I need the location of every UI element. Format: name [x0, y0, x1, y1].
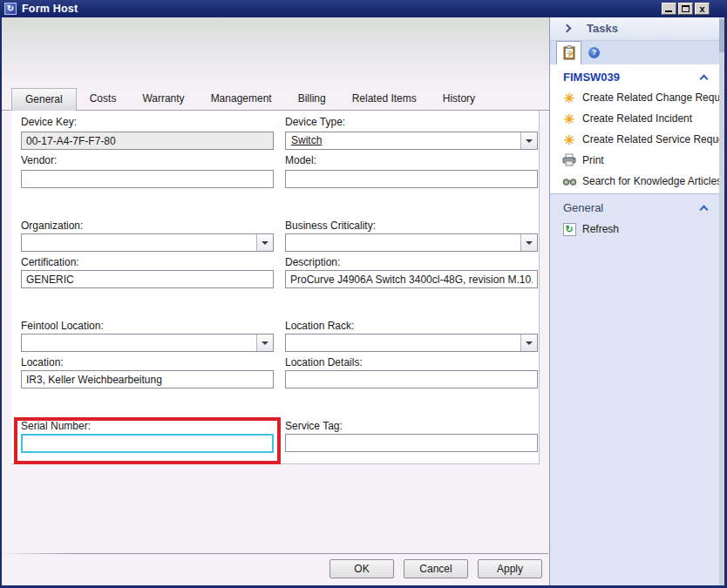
chevron-down-icon [526, 241, 533, 245]
tasks-panel-header[interactable]: Tasks [550, 17, 719, 41]
model-label: Model: [285, 154, 316, 167]
starburst-icon: ✳ [561, 132, 577, 148]
collapse-chevron-icon[interactable] [700, 206, 709, 214]
task-label: Create Related Incident [582, 110, 692, 128]
model-field[interactable] [285, 170, 538, 188]
chevron-down-icon [526, 341, 533, 345]
section-header-general[interactable]: General [550, 199, 719, 218]
chevron-right-icon[interactable] [563, 24, 572, 33]
business-criticality-label: Business Criticality: [285, 220, 376, 233]
task-search-knowledge-articles[interactable]: Search for Knowledge Articles [550, 172, 719, 192]
form-area: General Costs Warranty Management Billin… [2, 17, 549, 585]
location-label: Location: [21, 356, 64, 369]
task-create-related-service-request[interactable]: ✳ Create Related Service Request [550, 131, 719, 150]
starburst-icon: ✳ [561, 112, 577, 127]
toolbar-gradient [2, 17, 549, 87]
organization-combo[interactable] [21, 233, 274, 252]
cancel-button[interactable]: Cancel [404, 559, 468, 578]
apply-button[interactable]: Apply [478, 559, 542, 578]
tasks-tab[interactable] [556, 41, 581, 64]
location-details-field[interactable] [285, 370, 538, 389]
task-label: Create Related Service Request [582, 131, 727, 149]
tab-costs[interactable]: Costs [77, 88, 130, 111]
knowledge-search-icon [561, 174, 577, 190]
feintool-location-label: Feintool Location: [21, 320, 104, 333]
refresh-icon: ↻ [561, 222, 577, 238]
tab-strip: General Costs Warranty Management Billin… [2, 88, 549, 111]
dialog-buttons: OK Cancel Apply [2, 559, 549, 580]
window-title: Form Host [22, 0, 78, 17]
collapse-chevron-icon[interactable] [700, 75, 709, 84]
tab-related-items[interactable]: Related Items [339, 88, 430, 111]
organization-dropdown-button[interactable] [256, 234, 273, 251]
tasks-icon-tabs: ? [550, 41, 719, 64]
section-header-fimsw039[interactable]: FIMSW039 [550, 68, 719, 87]
titlebar[interactable]: ↻ Form Host x [0, 0, 727, 17]
task-label: Refresh [582, 220, 619, 239]
minimize-icon [665, 10, 672, 12]
starburst-icon: ✳ [561, 91, 577, 106]
task-refresh[interactable]: ↻ Refresh [550, 220, 719, 240]
window-border-left [0, 17, 2, 588]
tasks-panel: Tasks ? FIMSW039 [549, 17, 719, 585]
task-label: Create Related Change Request [582, 89, 727, 107]
location-rack-label: Location Rack: [285, 320, 354, 333]
business-criticality-dropdown-button[interactable] [520, 234, 537, 251]
device-type-value[interactable]: Switch [291, 132, 322, 149]
feintool-location-dropdown-button[interactable] [256, 335, 273, 351]
serial-number-field[interactable] [21, 434, 274, 453]
location-rack-dropdown-button[interactable] [520, 335, 537, 351]
maximize-button[interactable] [678, 3, 693, 15]
task-label: Search for Knowledge Articles [582, 172, 722, 191]
help-tab[interactable]: ? [581, 41, 607, 64]
tab-history[interactable]: History [430, 88, 488, 111]
printer-icon [561, 153, 577, 169]
location-details-label: Location Details: [285, 356, 363, 369]
tasks-panel-title: Tasks [587, 17, 618, 40]
device-type-dropdown-button[interactable] [520, 132, 537, 149]
device-type-label: Device Type: [285, 116, 345, 129]
section-title: General [563, 199, 603, 218]
chevron-down-icon [262, 341, 268, 345]
maximize-icon [682, 5, 690, 12]
feintool-location-combo[interactable] [21, 334, 274, 352]
section-divider [550, 193, 719, 194]
vendor-label: Vendor: [21, 154, 57, 167]
description-field[interactable] [285, 270, 538, 288]
certification-field[interactable] [21, 270, 274, 288]
task-label: Print [582, 152, 604, 170]
ok-button[interactable]: OK [330, 559, 394, 578]
task-create-related-change-request[interactable]: ✳ Create Related Change Request [550, 89, 719, 108]
task-create-related-incident[interactable]: ✳ Create Related Incident [550, 110, 719, 129]
task-print[interactable]: Print [550, 152, 719, 171]
tasks-clipboard-icon [563, 45, 575, 60]
tab-management[interactable]: Management [198, 88, 285, 111]
organization-label: Organization: [21, 220, 83, 233]
general-tab-page: Device Key: Device Type: Switch Vendor: … [11, 111, 540, 464]
device-key-label: Device Key: [21, 116, 77, 129]
button-divider [2, 553, 548, 554]
app-icon: ↻ [4, 3, 17, 15]
service-tag-field[interactable] [285, 434, 538, 452]
location-field[interactable] [21, 370, 274, 389]
form-host-window: ↻ Form Host x General Costs Warranty Man… [0, 0, 727, 588]
certification-label: Certification: [21, 256, 79, 269]
service-tag-label: Service Tag: [285, 420, 343, 433]
minimize-button[interactable] [662, 3, 676, 15]
location-rack-combo[interactable] [285, 334, 538, 352]
vendor-field[interactable] [21, 170, 274, 188]
close-icon: x [696, 3, 709, 14]
description-label: Description: [285, 256, 340, 269]
tab-general[interactable]: General [11, 88, 77, 111]
tab-billing[interactable]: Billing [285, 88, 339, 111]
device-type-combo[interactable]: Switch [285, 132, 538, 150]
chevron-down-icon [526, 139, 533, 143]
chevron-down-icon [262, 241, 268, 245]
device-key-field[interactable] [21, 132, 274, 150]
help-icon: ? [588, 47, 600, 58]
serial-number-label: Serial Number: [21, 420, 91, 433]
tab-warranty[interactable]: Warranty [129, 88, 197, 111]
business-criticality-combo[interactable] [285, 233, 538, 252]
close-button[interactable]: x [695, 3, 710, 15]
section-title: FIMSW039 [563, 68, 620, 87]
